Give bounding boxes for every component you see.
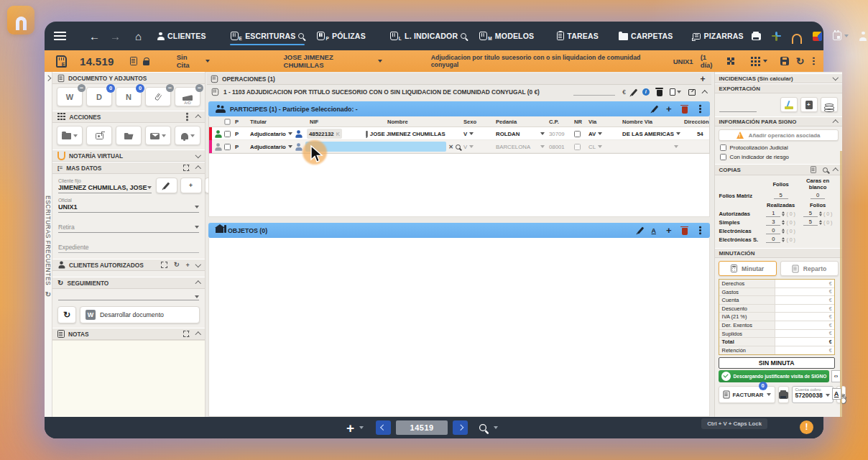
- checkbox[interactable]: [720, 154, 726, 160]
- operaciones-header[interactable]: OPERACIONES (1) +: [207, 73, 711, 85]
- file-export-button[interactable]: [800, 97, 818, 112]
- more-menu-icon[interactable]: [699, 108, 701, 110]
- edit-icon[interactable]: [630, 88, 637, 96]
- expand-icon[interactable]: [833, 75, 839, 80]
- refresh-icon[interactable]: ↻: [174, 262, 180, 268]
- cell-direccion[interactable]: 54: [684, 131, 709, 137]
- user-icon[interactable]: [859, 32, 868, 41]
- amount-input[interactable]: €: [775, 288, 834, 296]
- collapse-icon[interactable]: [195, 332, 200, 338]
- stepper-arrows[interactable]: [782, 220, 785, 225]
- cube-icon[interactable]: [813, 32, 822, 41]
- add-record-icon[interactable]: +: [346, 421, 354, 435]
- stepper-value[interactable]: 5: [803, 210, 818, 217]
- alert-badge[interactable]: !: [800, 420, 813, 434]
- refresh-icon[interactable]: ↻: [796, 56, 805, 66]
- nav-tareas[interactable]: TAREAS: [550, 28, 605, 44]
- collapse-icon[interactable]: [195, 166, 200, 172]
- amount-input[interactable]: €: [775, 330, 834, 338]
- stepper-arrows[interactable]: [819, 220, 822, 225]
- add-icon[interactable]: +: [666, 225, 672, 236]
- amount-input[interactable]: €: [775, 280, 834, 288]
- expediente-field[interactable]: Expediente: [52, 234, 205, 259]
- expand-chevron-icon[interactable]: [195, 262, 200, 267]
- database-button[interactable]: [821, 97, 838, 112]
- rail-vertical-label[interactable]: ESCRITURAS FRECUENTES: [45, 196, 52, 285]
- person-status-icon[interactable]: [214, 143, 221, 150]
- seguimiento-select[interactable]: [52, 289, 205, 302]
- objetos-header[interactable]: OBJETOS (0) A +: [208, 223, 710, 238]
- expand-icon[interactable]: [195, 152, 200, 158]
- cell-nif[interactable]: 48522132: [309, 131, 334, 137]
- save-icon[interactable]: [780, 57, 789, 65]
- collapse-icon[interactable]: [195, 281, 200, 287]
- delete-icon[interactable]: [682, 106, 688, 114]
- record-number-field[interactable]: 14519: [396, 420, 448, 435]
- cell-via[interactable]: CL: [588, 144, 596, 150]
- add-icon[interactable]: +: [666, 104, 672, 114]
- section-notas[interactable]: NOTAS: [52, 328, 205, 340]
- riesgo-checkbox-row[interactable]: Con indicador de riesgo: [715, 152, 842, 162]
- collapse-icon[interactable]: [833, 168, 839, 174]
- collapse-icon[interactable]: [195, 115, 200, 121]
- add-operation-button[interactable]: Añadir operación asociada: [719, 129, 839, 141]
- nav-polizas[interactable]: P PÓLIZAS: [310, 27, 371, 45]
- table-row[interactable]: P Adjudicatario 48522132K JOSE JIMENEZ C…: [209, 127, 709, 140]
- cell-cp[interactable]: 08001: [549, 144, 574, 150]
- amount-input[interactable]: €: [775, 321, 834, 329]
- info-icon[interactable]: i: [642, 88, 650, 96]
- person-link-icon[interactable]: [295, 130, 302, 137]
- copias-header[interactable]: COPIAS: [715, 164, 842, 175]
- amount-input[interactable]: €: [775, 296, 834, 304]
- cell-nombre-via[interactable]: DE LAS AMERICAS: [622, 131, 674, 137]
- edit-icon[interactable]: [637, 226, 643, 234]
- matriz-caras-value[interactable]: 0: [811, 192, 825, 199]
- section-documento[interactable]: DOCUMENTO Y ADJUNTOS: [52, 72, 205, 84]
- section-seguimiento[interactable]: ↻ SEGUIMIENTO: [52, 277, 205, 289]
- apps-menu[interactable]: [750, 56, 767, 67]
- expand-rail-icon[interactable]: [45, 75, 51, 81]
- stepper-value[interactable]: 3: [766, 218, 780, 226]
- prev-record-button[interactable]: [376, 420, 391, 435]
- cell-nombre[interactable]: JOSE JIMENEZ CHUMILLAS: [370, 131, 445, 137]
- amount-input[interactable]: €: [775, 313, 834, 321]
- scan-button[interactable]: ArD−: [175, 87, 200, 106]
- retira-field[interactable]: Retira: [52, 214, 205, 234]
- expand-icon[interactable]: [183, 331, 190, 337]
- lock-icon[interactable]: [143, 60, 149, 65]
- reparto-button[interactable]: Reparto: [780, 261, 839, 276]
- clear-icon[interactable]: ✕: [448, 144, 453, 150]
- add-icon[interactable]: +: [186, 262, 190, 269]
- minutar-button[interactable]: Minutar: [719, 261, 777, 276]
- nif-input-active[interactable]: [305, 142, 446, 152]
- rail-refresh-icon[interactable]: ↻: [45, 291, 51, 298]
- nav-pizarras[interactable]: PIZARRAS: [686, 28, 749, 44]
- search-icon[interactable]: [456, 144, 461, 150]
- back-icon[interactable]: ←: [89, 31, 100, 42]
- section-clientes-autorizados[interactable]: CLIENTES AUTORIZADOS ↻+: [52, 259, 205, 271]
- row-checkbox[interactable]: [224, 131, 231, 137]
- regenerate-button[interactable]: ↻: [57, 306, 76, 323]
- amount-field[interactable]: [573, 88, 615, 96]
- search-icon[interactable]: [479, 424, 486, 431]
- participes-header[interactable]: PARTICIPES (1) - Participe Seleccionado:…: [208, 101, 710, 116]
- edit-icon[interactable]: [366, 131, 367, 137]
- section-acciones[interactable]: ACCIONES: [52, 111, 205, 123]
- home-icon[interactable]: ⌂: [135, 31, 142, 42]
- font-icon[interactable]: A: [652, 227, 656, 234]
- stepper-arrows[interactable]: [782, 229, 785, 234]
- expand-icon[interactable]: [183, 165, 190, 171]
- delete-icon[interactable]: [657, 90, 663, 97]
- cell-sexo[interactable]: V: [463, 144, 467, 150]
- stepper-value[interactable]: 5: [803, 218, 818, 226]
- amount-input[interactable]: €: [775, 305, 834, 313]
- mail-button[interactable]: [145, 126, 171, 145]
- cell-cp[interactable]: 30709: [549, 131, 574, 137]
- client-dropdown[interactable]: JOSE JIMENEZ CHUMILLAS: [284, 53, 382, 69]
- exportacion-header[interactable]: EXPORTACIÓN: [715, 83, 842, 93]
- oficial-field[interactable]: Oficial UNIX1: [52, 193, 205, 214]
- nav-l-indicador[interactable]: L L. INDICADOR: [384, 27, 473, 45]
- desarrollar-documento-button[interactable]: W Desarrollar documento: [80, 306, 200, 323]
- row-checkbox[interactable]: [224, 144, 231, 150]
- menu-hamburger-icon[interactable]: [54, 32, 66, 40]
